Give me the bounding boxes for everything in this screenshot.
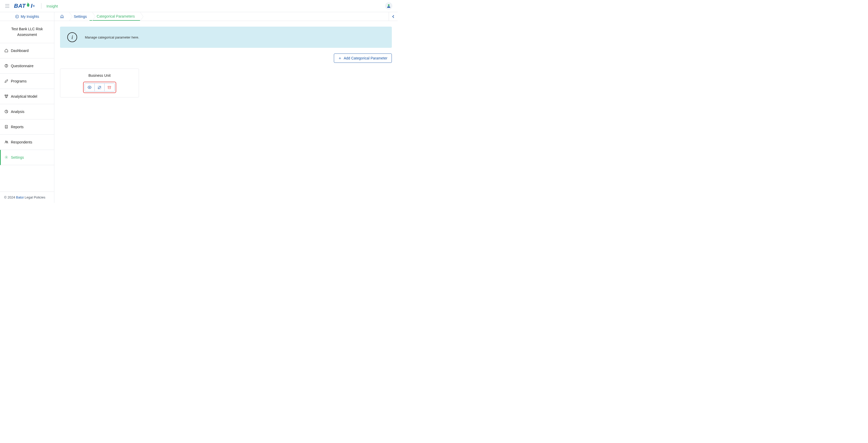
pen-icon <box>4 79 8 83</box>
my-insights-link[interactable]: My Insights <box>0 12 54 21</box>
info-banner: i Manage categorical parameter here. <box>60 27 392 48</box>
svg-point-6 <box>6 66 6 67</box>
info-text: Manage categorical parameter here. <box>85 35 139 39</box>
app-name: Insight <box>46 4 58 8</box>
sidebar-item-label: Dashboard <box>11 48 29 53</box>
add-button-label: Add Categorical Parameter <box>344 56 388 60</box>
svg-rect-8 <box>7 95 8 96</box>
footer-brand-link[interactable]: Batoi <box>16 195 24 199</box>
breadcrumb-collapse-button[interactable] <box>389 12 398 21</box>
report-icon <box>4 125 8 129</box>
svg-rect-16 <box>98 86 101 89</box>
sidebar-item-questionnaire[interactable]: Questionnaire <box>0 59 54 74</box>
app-header: BAT I ® Insight <box>0 0 398 12</box>
eye-icon <box>88 85 92 90</box>
gear-icon <box>4 155 8 159</box>
sidebar-item-label: Respondents <box>11 140 32 144</box>
header-left: BAT I ® Insight <box>5 3 58 9</box>
svg-rect-17 <box>108 86 111 87</box>
project-title: Test Bank LLC Risk Assessment <box>0 21 54 43</box>
sidebar-item-settings[interactable]: Settings <box>0 150 54 165</box>
card-actions-group <box>85 83 115 92</box>
menu-toggle-button[interactable] <box>5 4 9 8</box>
edit-button[interactable] <box>95 83 104 91</box>
svg-point-14 <box>6 157 7 158</box>
cards-grid: Business Unit <box>60 68 392 97</box>
logo-registered: ® <box>33 5 35 7</box>
svg-rect-7 <box>5 95 6 96</box>
hamburger-icon <box>5 4 9 8</box>
edit-icon <box>98 86 101 90</box>
my-insights-label: My Insights <box>21 14 39 19</box>
breadcrumb: Settings Categorical Parameters <box>54 12 398 21</box>
header-divider <box>41 3 41 9</box>
archive-icon <box>107 86 111 90</box>
question-circle-icon <box>4 64 8 68</box>
user-icon <box>386 4 391 8</box>
leaf-icon <box>26 3 31 9</box>
actions-row: Add Categorical Parameter <box>60 54 392 63</box>
brand-logo[interactable]: BAT I ® <box>14 3 35 9</box>
sidebar-item-dashboard[interactable]: Dashboard <box>0 43 54 59</box>
breadcrumb-label: Settings <box>74 14 87 19</box>
sidebar-footer: © 2024 Batoi Legal Policies <box>0 192 54 203</box>
sidebar-item-label: Programs <box>11 79 27 83</box>
svg-point-12 <box>5 141 6 142</box>
breadcrumb-label: Categorical Parameters <box>97 14 135 19</box>
parameter-card-title: Business Unit <box>89 73 111 77</box>
logo-text-part2: I <box>31 3 33 9</box>
sidebar-item-analysis[interactable]: Analysis <box>0 104 54 120</box>
add-categorical-parameter-button[interactable]: Add Categorical Parameter <box>334 54 392 63</box>
view-button[interactable] <box>85 83 95 91</box>
home-icon <box>60 14 64 19</box>
sidebar-item-reports[interactable]: Reports <box>0 120 54 135</box>
sidebar-item-label: Analysis <box>11 110 24 114</box>
copyright-prefix: © 2024 <box>4 195 16 199</box>
svg-point-13 <box>7 141 7 142</box>
users-icon <box>4 140 8 144</box>
breadcrumb-categorical-parameters[interactable]: Categorical Parameters <box>90 12 141 21</box>
plus-icon <box>338 57 342 60</box>
home-icon <box>4 48 8 53</box>
archive-button[interactable] <box>104 83 114 91</box>
sidebar-item-respondents[interactable]: Respondents <box>0 135 54 150</box>
svg-point-15 <box>89 87 90 88</box>
sidebar-item-label: Settings <box>11 155 24 160</box>
content-area: Settings Categorical Parameters i Manage… <box>54 12 398 203</box>
user-avatar-button[interactable] <box>385 2 392 9</box>
svg-point-3 <box>388 4 390 6</box>
chevron-left-icon <box>392 15 395 18</box>
pie-icon <box>4 110 8 113</box>
sidebar-item-label: Questionnaire <box>11 64 33 68</box>
info-icon: i <box>67 32 77 42</box>
sidebar-item-programs[interactable]: Programs <box>0 74 54 89</box>
sidebar: My Insights Test Bank LLC Risk Assessmen… <box>0 12 54 203</box>
sidebar-item-analytical-model[interactable]: Analytical Model <box>0 89 54 104</box>
main-panel: i Manage categorical parameter here. Add… <box>54 21 398 103</box>
sidebar-item-label: Reports <box>11 125 24 129</box>
logo-text-part1: BAT <box>14 3 26 9</box>
footer-legal: Legal Policies <box>24 195 45 199</box>
sidebar-nav: Dashboard Questionnaire Programs Analyti… <box>0 43 54 192</box>
card-actions-highlight <box>83 82 116 93</box>
model-icon <box>4 94 8 98</box>
parameter-card: Business Unit <box>60 68 139 97</box>
sidebar-item-label: Analytical Model <box>11 94 37 99</box>
svg-rect-9 <box>6 97 7 98</box>
back-circle-icon <box>15 14 19 19</box>
svg-point-4 <box>16 15 19 18</box>
